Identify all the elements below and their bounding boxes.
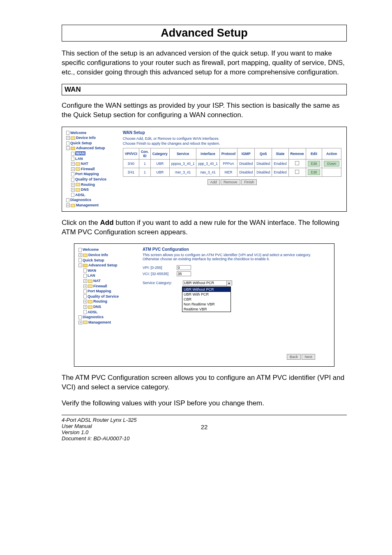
tree-quick-setup[interactable]: Quick Setup xyxy=(83,258,104,262)
expand-icon[interactable]: + xyxy=(83,300,87,303)
next-button[interactable]: Next xyxy=(302,354,315,360)
tree-dns[interactable]: DNS xyxy=(81,187,89,192)
expand-icon[interactable]: + xyxy=(83,279,87,283)
table-row: 3/41 1 UBR mer_3_41 nas_3_41 MER Disable… xyxy=(123,168,341,176)
expand-icon[interactable]: + xyxy=(71,167,75,171)
mid-paragraph: Click on the Add button if you want to a… xyxy=(62,218,347,237)
cell-qos: Disabled xyxy=(255,159,272,168)
collapse-icon[interactable]: - xyxy=(66,146,70,150)
folder-open-icon xyxy=(71,147,75,150)
tree-dns[interactable]: DNS xyxy=(93,305,101,309)
tree-routing[interactable]: Routing xyxy=(93,299,107,303)
wan-paragraph: Configure the WAN settings as provided b… xyxy=(62,101,347,120)
expand-icon[interactable]: + xyxy=(71,183,75,187)
wan-heading: WAN xyxy=(62,84,347,95)
expand-icon[interactable]: + xyxy=(71,188,75,192)
vpi-input[interactable]: 0 xyxy=(177,265,191,270)
expand-icon[interactable]: + xyxy=(78,253,82,257)
chevron-down-icon[interactable]: ▼ xyxy=(226,281,232,286)
finish-button[interactable]: Finish xyxy=(241,179,257,185)
tree-wan[interactable]: WAN xyxy=(88,268,96,273)
expand-icon[interactable]: + xyxy=(83,305,87,309)
th-proto: Protocol xyxy=(219,148,237,159)
remove-checkbox[interactable] xyxy=(295,161,299,165)
remove-button[interactable]: Remove xyxy=(221,179,240,185)
tree-welcome[interactable]: Welcome xyxy=(83,247,99,252)
atm-desc: This screen allows you to configure an A… xyxy=(143,253,327,261)
expand-icon[interactable]: + xyxy=(78,321,82,324)
footer-line4: Document #: BD-AU0007-10 xyxy=(62,435,157,442)
table-header-row: VPI/VCI Con. ID Category Service Interfa… xyxy=(123,148,341,159)
folder-icon xyxy=(88,300,92,303)
expand-icon[interactable]: + xyxy=(66,204,70,207)
post-para-2: Verify the following values with your IS… xyxy=(62,399,347,408)
tree-advanced-setup[interactable]: Advanced Setup xyxy=(76,146,105,150)
cell-state: Enabled xyxy=(272,159,288,168)
wan-setup-panel: WAN Setup Choose Add, Edit, or Remove to… xyxy=(120,130,344,209)
back-button[interactable]: Back xyxy=(287,354,301,360)
th-vpi: VPI/VCI xyxy=(123,148,139,159)
tree-advanced-setup[interactable]: Advanced Setup xyxy=(88,263,118,267)
down-button[interactable]: Down xyxy=(324,161,339,166)
tree-firewall[interactable]: Firewall xyxy=(81,167,95,171)
folder-icon xyxy=(76,162,80,166)
page-icon xyxy=(83,289,87,294)
footer-line1: 4-Port ADSL Router Lynx L-325 xyxy=(62,417,157,423)
edit-button[interactable]: Edit xyxy=(308,161,321,166)
tree-adsl[interactable]: ADSL xyxy=(88,310,98,314)
dropdown-option[interactable]: UBR With PCR xyxy=(182,292,231,297)
tree-quick-setup[interactable]: Quick Setup xyxy=(70,141,92,145)
dropdown-option[interactable]: UBR Without PCR xyxy=(182,287,231,292)
tree-welcome[interactable]: Welcome xyxy=(70,131,86,135)
tree-wan[interactable]: WAN xyxy=(75,151,85,155)
expand-icon[interactable]: + xyxy=(83,284,87,288)
page-number: 22 xyxy=(157,417,251,442)
page-title-box: Advanced Setup xyxy=(62,25,347,42)
tree-port-mapping[interactable]: Port Mapping xyxy=(88,289,111,293)
atm-config-panel: ATM PVC Configuration This screen allows… xyxy=(138,246,332,364)
atm-config-screenshot: Welcome +Device Info Quick Setup -Advanc… xyxy=(74,243,334,367)
wan-setup-line1: Choose Add, Edit, or Remove to configure… xyxy=(123,136,341,141)
page-icon xyxy=(78,315,82,319)
tree-diagnostics[interactable]: Diagnostics xyxy=(83,315,104,319)
remove-checkbox[interactable] xyxy=(295,170,299,174)
tree-management[interactable]: Management xyxy=(76,203,99,207)
cell-vpi: 3/40 xyxy=(123,159,139,168)
add-button[interactable]: Add xyxy=(208,179,220,185)
tree-nat[interactable]: NAT xyxy=(93,279,101,283)
tree-adsl[interactable]: ADSL xyxy=(75,193,85,197)
dropdown-option[interactable]: Realtime VBR xyxy=(182,307,231,312)
expand-icon[interactable]: + xyxy=(66,136,70,140)
folder-icon xyxy=(88,280,92,283)
tree-routing[interactable]: Routing xyxy=(81,183,95,187)
tree-qos[interactable]: Quality of Service xyxy=(88,294,119,298)
tree-lan[interactable]: LAN xyxy=(88,273,95,278)
mid-para-pre: Click on the xyxy=(62,219,100,227)
svc-cat-dropdown[interactable]: UBR Without PCR UBR With PCR CBR Non Rea… xyxy=(182,287,231,312)
dropdown-option[interactable]: CBR xyxy=(182,297,231,302)
dropdown-option[interactable]: Non Realtime VBR xyxy=(182,302,231,307)
cell-con: 1 xyxy=(139,168,150,176)
tree-diagnostics[interactable]: Diagnostics xyxy=(70,198,91,202)
tree-qos[interactable]: Quality of Service xyxy=(75,177,106,181)
page-icon xyxy=(78,258,82,262)
tree-lan[interactable]: LAN xyxy=(75,157,83,161)
folder-icon xyxy=(71,204,75,207)
svc-selected-text: UBR Without PCR xyxy=(184,281,214,285)
vci-input[interactable]: 35 xyxy=(177,271,191,276)
cell-igmp: Disabled xyxy=(238,168,255,176)
tree-device-info[interactable]: Device Info xyxy=(88,253,108,257)
expand-icon[interactable]: + xyxy=(71,162,75,166)
tree-port-mapping[interactable]: Port Mapping xyxy=(75,172,99,176)
page-icon xyxy=(78,248,82,252)
collapse-icon[interactable]: - xyxy=(78,264,82,267)
tree-firewall[interactable]: Firewall xyxy=(93,284,107,288)
tree-device-info[interactable]: Device Info xyxy=(76,136,96,140)
folder-icon xyxy=(83,321,88,324)
tree-nat[interactable]: NAT xyxy=(81,162,88,166)
svc-cat-label: Service Category: xyxy=(143,281,182,285)
svc-cat-select[interactable]: UBR Without PCR ▼ xyxy=(183,280,232,286)
edit-button[interactable]: Edit xyxy=(308,169,321,175)
tree-management[interactable]: Management xyxy=(88,320,111,324)
page-icon xyxy=(83,268,87,273)
